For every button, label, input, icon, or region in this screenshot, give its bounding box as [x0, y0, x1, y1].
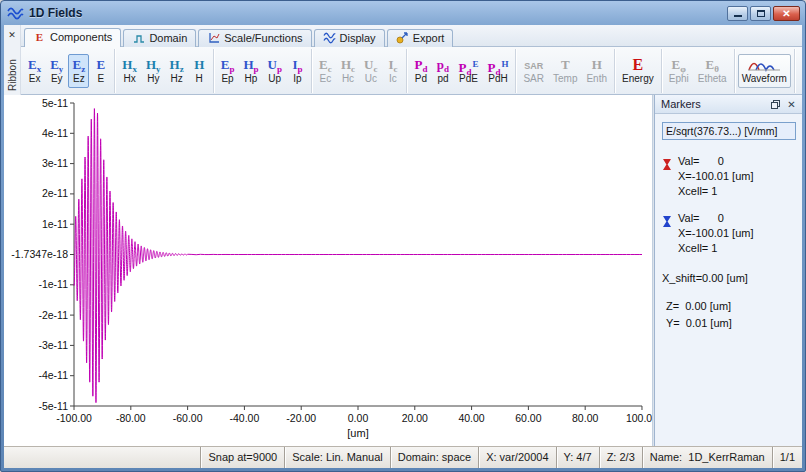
- ribbon-groups: ExExEyEyEzEzEEHxHxHyHyHzHzHHEpEpHpHpUpUp…: [21, 47, 795, 94]
- maximize-button[interactable]: [750, 6, 771, 21]
- y-tick-label: -1.7347e-18: [11, 248, 68, 260]
- ribbon-button-ex[interactable]: ExEx: [24, 54, 45, 88]
- field-plot[interactable]: 5e-114e-113e-112e-111e-11-1.7347e-18-1e-…: [4, 95, 652, 446]
- tab-label: Scale/Functions: [224, 32, 302, 44]
- ribbon-button-label: Ex: [29, 73, 41, 85]
- ribbon-button-ic[interactable]: IcIc: [382, 54, 403, 88]
- glyph-uc: Uc: [364, 56, 377, 73]
- red-marker-block: Val= 0 X=-100.01 [um] Xcell= 1: [662, 154, 796, 199]
- glyph-ip: Ip: [292, 56, 302, 73]
- minimize-button[interactable]: [727, 6, 748, 21]
- ribbon-button-ez[interactable]: EzEz: [68, 54, 89, 88]
- export-icon: [396, 32, 409, 44]
- marker-xcell: Xcell= 1: [678, 184, 754, 199]
- glyph-ephi: Eφ: [672, 56, 686, 73]
- ribbon-group: EcEcHcHcUcUcIcIc: [312, 49, 408, 93]
- ribbon-group: EφEphiEθEtheta: [662, 49, 735, 93]
- glyph-h: H: [194, 56, 204, 73]
- scale-icon: [207, 32, 220, 44]
- tab-components[interactable]: E Components: [24, 28, 121, 47]
- ribbon-close-button[interactable]: ✕: [8, 30, 16, 40]
- markers-panel-close-icon[interactable]: ✕: [785, 98, 798, 111]
- ribbon-button-energy[interactable]: EEnergy: [618, 54, 658, 88]
- ribbon-button-e[interactable]: EE: [90, 54, 111, 88]
- ribbon-button-etheta[interactable]: EθEtheta: [694, 54, 731, 88]
- markers-panel: Markers ✕ E/sqrt(376.73...) [V/mm] Val= …: [654, 95, 802, 446]
- app-window: 1D Fields ✕ ✕ Ribbon E Components: [0, 0, 806, 472]
- blue-marker-icon: [662, 211, 672, 256]
- ribbon-button-ep[interactable]: EpEp: [217, 54, 239, 88]
- ribbon-button-ip[interactable]: IpIp: [287, 54, 308, 88]
- x-axis-label: [um]: [347, 427, 368, 439]
- ribbon-group: Waveform: [735, 49, 795, 93]
- ribbon-button-h[interactable]: HH: [189, 54, 210, 88]
- x-tick-label: -20.00: [286, 412, 316, 424]
- status-segment: X: var/20004: [478, 447, 555, 468]
- ribbon-button-label: Hc: [342, 73, 354, 85]
- tab-display[interactable]: Display: [314, 29, 385, 47]
- ribbon-button-sar[interactable]: SARSAR: [519, 54, 548, 88]
- ribbon-group: EpEpHpHpUpUpIpIp: [214, 49, 312, 93]
- y-tick-label: -1e-11: [38, 278, 68, 290]
- ribbon-button-temp[interactable]: TTemp: [549, 54, 581, 88]
- ribbon-button-label: pd: [437, 73, 448, 85]
- markers-panel-title: Markers: [661, 98, 766, 110]
- close-button[interactable]: ✕: [773, 6, 800, 21]
- maximize-icon: [757, 10, 765, 17]
- tab-scale-functions[interactable]: Scale/Functions: [198, 29, 311, 47]
- ribbon-side-label: Ribbon: [7, 42, 18, 91]
- ribbon-button-ey[interactable]: EyEy: [46, 54, 67, 88]
- tab-label: Display: [340, 32, 376, 44]
- status-segment: Scale: Lin. Manual: [284, 447, 390, 468]
- ribbon-button-label: Energy: [622, 73, 654, 85]
- ribbon-button-up[interactable]: UpUp: [264, 54, 286, 88]
- ribbon-button-pd[interactable]: PdPd: [410, 54, 431, 88]
- ribbon-button-hp[interactable]: HpHp: [239, 54, 262, 88]
- glyph-hx: Hx: [122, 56, 137, 73]
- chart-area[interactable]: 5e-114e-113e-112e-111e-11-1.7347e-18-1e-…: [4, 95, 652, 446]
- ribbon-button-uc[interactable]: UcUc: [360, 54, 381, 88]
- ribbon-button-label: E: [98, 73, 105, 85]
- glyph-pd: pd: [437, 56, 449, 73]
- tab-domain[interactable]: Domain: [123, 29, 196, 47]
- status-segment: Name: 1D_KerrRaman: [642, 447, 772, 468]
- ribbon-button-enth[interactable]: HEnth: [582, 54, 611, 88]
- glyph-ec: Ec: [319, 56, 332, 73]
- x-tick-label: -80.00: [116, 412, 146, 424]
- y-tick-label: 5e-11: [42, 97, 68, 109]
- glyph-hp: Hp: [243, 56, 258, 73]
- ribbon-button-hy[interactable]: HyHy: [142, 54, 165, 88]
- ribbon-button-ec[interactable]: EcEc: [315, 54, 336, 88]
- ribbon-button-pd[interactable]: pdpd: [432, 54, 453, 88]
- ribbon-button-hx[interactable]: HxHx: [118, 54, 141, 88]
- ribbon-button-ephi[interactable]: EφEphi: [665, 54, 693, 88]
- markers-panel-body: E/sqrt(376.73...) [V/mm] Val= 0 X=-100.0…: [655, 114, 802, 332]
- display-icon: [323, 32, 336, 44]
- z-readout: Z= 0.00 [um]: [662, 298, 796, 315]
- glyph-pde: PdE: [458, 56, 478, 73]
- tab-export[interactable]: Export: [387, 29, 454, 47]
- signal-name-item[interactable]: E/sqrt(376.73...) [V/mm]: [662, 122, 796, 140]
- marker-xcell: Xcell= 1: [678, 241, 754, 256]
- ribbon-side-strip: ✕ Ribbon: [4, 25, 21, 95]
- status-segment: Domain: space: [390, 447, 478, 468]
- ribbon-area: ✕ Ribbon E Components Domain: [4, 25, 802, 95]
- blue-marker-block: Val= 0 X=-100.01 [um] Xcell= 1: [662, 211, 796, 256]
- glyph-hz: Hz: [170, 56, 184, 73]
- waves-icon: [7, 7, 24, 20]
- ribbon-button-hc[interactable]: HcHc: [337, 54, 359, 88]
- ribbon-button-waveform[interactable]: Waveform: [738, 54, 791, 88]
- ribbon-button-hz[interactable]: HzHz: [166, 54, 188, 88]
- ribbon-button-label: Ep: [221, 73, 233, 85]
- ribbon-toolbar: ExExEyEyEzEzEEHxHxHyHyHzHzHHEpEpHpHpUpUp…: [21, 47, 802, 95]
- ribbon-button-label: Ey: [51, 73, 63, 85]
- ribbon-button-label: Ic: [389, 73, 397, 85]
- ribbon-button-pde[interactable]: PdEPdE: [454, 54, 482, 88]
- ribbon-button-label: Enth: [586, 73, 607, 85]
- ribbon-group: ExExEyEyEzEzEE: [21, 49, 115, 93]
- float-panel-icon[interactable]: [769, 98, 782, 111]
- glyph-hy: Hy: [146, 56, 161, 73]
- status-segment: 1/1: [772, 447, 802, 468]
- ribbon-button-pdh[interactable]: PdHPdH: [483, 54, 512, 88]
- x-tick-label: 20.00: [402, 412, 428, 424]
